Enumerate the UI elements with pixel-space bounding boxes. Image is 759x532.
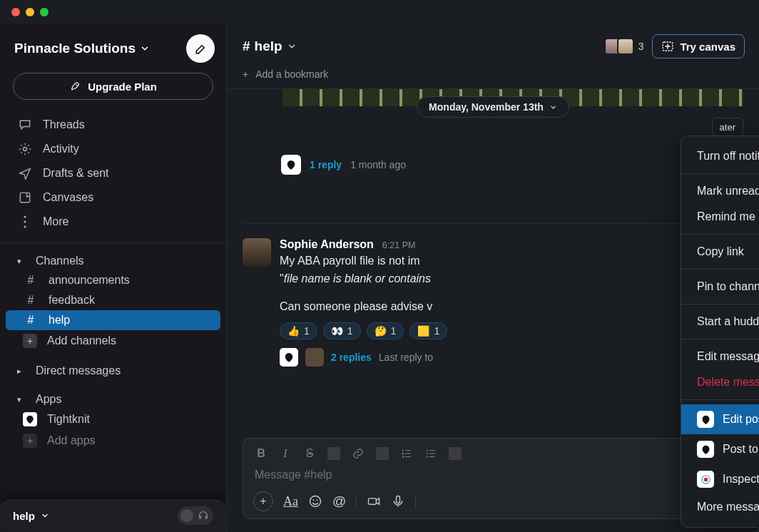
channel-help[interactable]: # help <box>6 310 220 330</box>
section-dm-header[interactable]: ▸ Direct messages <box>0 359 226 380</box>
reaction-sticky-note[interactable]: 🟨1 <box>409 322 447 339</box>
svg-rect-16 <box>369 498 377 504</box>
emoji-button[interactable] <box>308 494 322 508</box>
member-avatars[interactable]: 3 <box>608 38 644 55</box>
audio-button[interactable] <box>391 494 405 508</box>
format-bold[interactable]: B <box>255 447 268 460</box>
rocket-icon <box>69 80 82 93</box>
traffic-light-minimize[interactable] <box>26 8 34 16</box>
footer-channel-switcher[interactable]: help <box>13 510 49 522</box>
svg-point-3 <box>24 215 26 218</box>
reaction-thumbs-up[interactable]: 👍1 <box>280 322 317 339</box>
sidebar: Pinnacle Solutions Upgrade Plan Threads … <box>0 24 227 532</box>
tightknit-app-icon <box>697 411 714 428</box>
user-avatar[interactable] <box>243 238 271 267</box>
sidebar-footer: help <box>0 498 226 532</box>
menu-pin-channel[interactable]: Pin to channel P <box>681 274 759 300</box>
replies-link[interactable]: 2 replies <box>331 352 372 363</box>
last-reply-time: Last reply to <box>379 352 433 363</box>
tightknit-app-icon <box>697 441 714 458</box>
add-bookmark-button[interactable]: + Add a bookmark <box>227 64 759 89</box>
compose-button[interactable] <box>186 34 215 63</box>
menu-app-edit-post-title[interactable]: Edit post title and slugTightknit <box>681 404 759 434</box>
hash-icon: # <box>23 314 39 327</box>
svg-point-4 <box>24 220 26 222</box>
message-context-menu: Turn off notifications for replies Mark … <box>681 135 759 528</box>
format-ol[interactable] <box>400 447 413 460</box>
svg-rect-2 <box>20 193 29 202</box>
caret-down-icon: ▾ <box>17 395 27 404</box>
svg-point-11 <box>427 453 428 454</box>
composer-toolbar: B I S <box>252 446 734 467</box>
menu-app-inspect[interactable]: InspectSlack Developer Tools <box>681 464 759 494</box>
video-button[interactable] <box>367 494 381 508</box>
svg-point-10 <box>427 450 428 451</box>
message-line: Can someone please advise v <box>280 298 432 316</box>
hash-icon: # <box>23 294 39 307</box>
nav-more[interactable]: More <box>0 210 226 234</box>
nav-activity[interactable]: Activity <box>0 137 226 161</box>
nav-canvases[interactable]: Canvases <box>0 185 226 210</box>
add-apps[interactable]: + Add apps <box>6 430 220 451</box>
message-author[interactable]: Sophie Anderson <box>280 238 374 251</box>
plus-icon: + <box>23 334 37 348</box>
menu-app-post-community[interactable]: Post to communityTightknit <box>681 434 759 464</box>
reply-link[interactable]: 1 reply <box>310 159 342 170</box>
workspace-name: Pinnacle Solutions <box>14 41 136 56</box>
menu-mark-unread[interactable]: Mark unread U <box>681 178 759 204</box>
canvas-add-icon <box>661 40 674 53</box>
menu-edit-message[interactable]: Edit message E <box>681 344 759 369</box>
hash-icon: # <box>23 274 39 287</box>
menu-turn-off-notifications[interactable]: Turn off notifications for replies <box>681 143 759 169</box>
upgrade-label: Upgrade Plan <box>88 81 157 93</box>
section-apps-header[interactable]: ▾ Apps <box>0 387 226 409</box>
headphones-icon <box>198 510 209 521</box>
svg-rect-17 <box>397 496 400 503</box>
workspace-switcher[interactable]: Pinnacle Solutions <box>14 41 150 56</box>
menu-delete-message[interactable]: Delete message… delete <box>681 369 759 395</box>
date-divider[interactable]: Monday, November 13th <box>417 96 569 118</box>
format-ul[interactable] <box>424 447 437 460</box>
channel-announcements[interactable]: # announcements <box>6 270 220 290</box>
traffic-light-zoom[interactable] <box>40 8 49 16</box>
svg-point-13 <box>310 496 321 507</box>
add-channels[interactable]: + Add channels <box>6 330 220 352</box>
attach-button[interactable]: + <box>253 491 273 511</box>
upgrade-plan-button[interactable]: Upgrade Plan <box>13 73 213 100</box>
channel-title-button[interactable]: # help <box>243 39 297 54</box>
app-tightknit[interactable]: Tightknit <box>6 409 220 430</box>
message: Sophie Anderson 6:21 PM My ABA payroll f… <box>243 223 743 367</box>
nav-drafts[interactable]: Drafts & sent <box>0 161 226 185</box>
huddle-toggle[interactable] <box>178 506 213 525</box>
member-count: 3 <box>638 41 644 52</box>
channel-feedback[interactable]: # feedback <box>6 290 220 310</box>
reaction-eyes[interactable]: 👀1 <box>323 322 361 339</box>
reaction-thinking[interactable]: 🤔1 <box>367 322 404 339</box>
composer-bottom-toolbar: + Aa @ <box>252 491 734 511</box>
svg-point-0 <box>76 84 78 86</box>
format-toggle[interactable]: Aa <box>283 494 298 509</box>
chevron-down-icon <box>287 41 297 51</box>
svg-point-18 <box>703 477 708 481</box>
section-channels-header[interactable]: ▾ Channels <box>0 249 226 270</box>
menu-start-huddle[interactable]: Start a huddle in thread… <box>681 309 759 334</box>
window-titlebar <box>0 0 759 24</box>
avatar <box>617 38 634 55</box>
menu-more-shortcuts[interactable]: More message shortcuts… <box>681 494 759 520</box>
message-composer[interactable]: B I S Message #help + Aa @ <box>243 438 743 519</box>
mention-button[interactable]: @ <box>332 493 346 509</box>
composer-input[interactable]: Message #help <box>252 467 734 491</box>
traffic-light-close[interactable] <box>11 8 20 16</box>
canvases-icon <box>17 190 33 205</box>
nav-threads[interactable]: Threads <box>0 113 226 137</box>
slack-devtools-icon <box>697 471 714 488</box>
divider <box>0 242 226 243</box>
thread-summary-row[interactable]: 2 replies Last reply to <box>280 348 743 367</box>
try-canvas-button[interactable]: Try canvas <box>652 34 745 58</box>
menu-remind-me[interactable]: Remind me about this › <box>681 204 759 230</box>
thread-summary[interactable]: 1 reply 1 month ago <box>281 155 406 175</box>
format-strike[interactable]: S <box>303 447 316 460</box>
format-italic[interactable]: I <box>279 447 292 460</box>
menu-copy-link[interactable]: Copy link L <box>681 239 759 265</box>
format-link[interactable] <box>352 447 365 460</box>
